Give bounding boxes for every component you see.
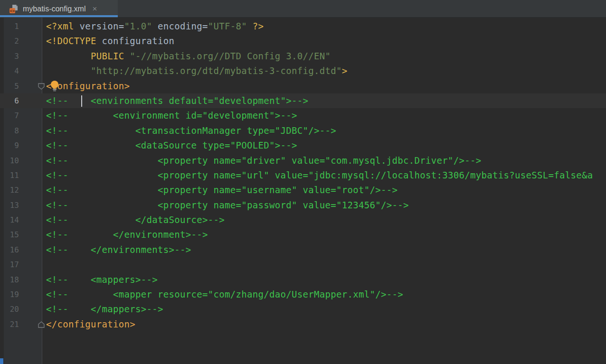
- intention-bulb-icon[interactable]: [50, 80, 59, 92]
- line-number: 10: [0, 153, 21, 168]
- editor-line-5[interactable]: 5<configuration>: [0, 79, 606, 93]
- fold-end-icon[interactable]: [38, 321, 45, 328]
- code-text[interactable]: <!-- </environment>-->: [46, 227, 208, 242]
- editor-line-20[interactable]: 20<!-- </mappers>-->: [0, 302, 606, 317]
- token: version: [80, 21, 119, 31]
- fold-start-icon[interactable]: [38, 83, 45, 90]
- editor-line-7[interactable]: 7<!-- <environment id="development">-->: [0, 108, 606, 123]
- code-text[interactable]: <!-- <property name="url" value="jdbc:my…: [46, 168, 593, 183]
- token: ?>: [253, 21, 264, 31]
- token: "UTF-8": [208, 21, 247, 31]
- line-number: 4: [0, 64, 21, 78]
- token: [247, 21, 253, 31]
- line-number: 1: [0, 19, 21, 34]
- token: <!-- <mapper resource="com/zhang/dao/Use…: [46, 289, 403, 299]
- token: PUBLIC: [91, 51, 124, 61]
- code-text[interactable]: <!-- <mappers>-->: [46, 272, 158, 287]
- token: <!-- <property name="url" value="jdbc:my…: [46, 170, 593, 180]
- line-number: 15: [0, 227, 21, 242]
- editor-line-3[interactable]: 3 PUBLIC "-//mybatis.org//DTD Config 3.0…: [0, 49, 606, 64]
- code-text[interactable]: <configuration>: [46, 79, 130, 93]
- line-number: 5: [0, 79, 21, 93]
- token: "1.0": [124, 21, 152, 31]
- editor-line-2[interactable]: 2<!DOCTYPE configuration: [0, 34, 606, 48]
- editor-line-11[interactable]: 11<!-- <property name="url" value="jdbc:…: [0, 168, 606, 183]
- tab-title: mybatis-config.xml: [23, 5, 85, 13]
- gutter-icon-area: [21, 19, 46, 34]
- code-text[interactable]: <!-- <mapper resource="com/zhang/dao/Use…: [46, 287, 403, 302]
- token: [46, 65, 91, 76]
- bottom-left-accent: [0, 358, 3, 364]
- code-text[interactable]: <!DOCTYPE configuration: [46, 34, 174, 48]
- gutter-icon-area: [21, 108, 46, 123]
- editor-line-9[interactable]: 9<!-- <dataSource type="POOLED">-->: [0, 138, 606, 153]
- code-text[interactable]: </configuration>: [46, 317, 135, 332]
- code-text[interactable]: "http://mybatis.org/dtd/mybatis-3-config…: [46, 64, 347, 78]
- editor-line-18[interactable]: 18<!-- <mappers>-->: [0, 272, 606, 287]
- gutter-icon-area: [21, 198, 46, 213]
- token: =: [119, 21, 124, 31]
- token: =: [202, 21, 208, 31]
- line-number: 8: [0, 123, 21, 138]
- line-number: 13: [0, 198, 21, 213]
- token: <!-- <property name="driver" value="com.…: [46, 155, 481, 166]
- code-text[interactable]: <!-- <environments default="development"…: [46, 93, 308, 108]
- token: <!-- <dataSource type="POOLED">-->: [46, 140, 297, 150]
- tab-close-icon[interactable]: ×: [92, 4, 97, 14]
- token: <!-- <transactionManager type="JDBC"/>--…: [46, 125, 336, 136]
- gutter-icon-area: [21, 183, 46, 197]
- token: <?xml: [46, 21, 80, 31]
- code-text[interactable]: <!-- </environments>-->: [46, 243, 191, 257]
- token: [152, 21, 158, 31]
- editor-line-15[interactable]: 15<!-- </environment>-->: [0, 227, 606, 242]
- code-text[interactable]: <?xml version="1.0" encoding="UTF-8" ?>: [46, 19, 264, 34]
- editor-line-8[interactable]: 8<!-- <transactionManager type="JDBC"/>-…: [0, 123, 606, 138]
- code-lines: 1<?xml version="1.0" encoding="UTF-8" ?>…: [0, 19, 606, 332]
- code-text[interactable]: <!-- <property name="driver" value="com.…: [46, 153, 481, 168]
- gutter-icon-area: [21, 317, 46, 332]
- token: <!-- <environments default="development"…: [46, 95, 308, 106]
- token: <!DOCTYPE: [46, 36, 96, 46]
- line-number: 7: [0, 108, 21, 123]
- code-editor[interactable]: 1<?xml version="1.0" encoding="UTF-8" ?>…: [0, 18, 606, 364]
- editor-line-19[interactable]: 19<!-- <mapper resource="com/zhang/dao/U…: [0, 287, 606, 302]
- code-text[interactable]: <!-- </dataSource>-->: [46, 213, 225, 227]
- editor-line-16[interactable]: 16<!-- </environments>-->: [0, 243, 606, 257]
- token: <!-- <property name="username" value="ro…: [46, 185, 398, 195]
- line-number: 21: [0, 317, 21, 332]
- line-number: 20: [0, 302, 21, 317]
- token: <!-- </environments>-->: [46, 244, 191, 255]
- editor-line-14[interactable]: 14<!-- </dataSource>-->: [0, 213, 606, 227]
- editor-line-6[interactable]: 6<!-- <environments default="development…: [0, 93, 606, 108]
- code-text[interactable]: <!-- <property name="username" value="ro…: [46, 183, 398, 197]
- token: <!-- <mappers>-->: [46, 274, 158, 285]
- gutter-icon-area: [21, 272, 46, 287]
- editor-line-17[interactable]: 17: [0, 257, 606, 272]
- editor-line-21[interactable]: 21</configuration>: [0, 317, 606, 332]
- xml-file-icon: <>: [9, 4, 18, 14]
- code-text[interactable]: <!-- <environment id="development">-->: [46, 108, 297, 123]
- editor-line-10[interactable]: 10<!-- <property name="driver" value="co…: [0, 153, 606, 168]
- editor-line-12[interactable]: 12<!-- <property name="username" value="…: [0, 183, 606, 197]
- svg-text:<>: <>: [10, 8, 15, 13]
- gutter-icon-area: [21, 287, 46, 302]
- gutter-icon-area: [21, 64, 46, 78]
- gutter-icon-area: [21, 213, 46, 227]
- line-number: 17: [0, 257, 21, 272]
- code-text[interactable]: <!-- </mappers>-->: [46, 302, 163, 317]
- code-text[interactable]: <!-- <dataSource type="POOLED">-->: [46, 138, 297, 153]
- text-caret: [81, 95, 82, 107]
- token: "-//mybatis.org//DTD Config 3.0//EN": [130, 51, 331, 61]
- code-text[interactable]: <!-- <property name="password" value="12…: [46, 198, 409, 213]
- token: encoding: [158, 21, 202, 31]
- line-number: 14: [0, 213, 21, 227]
- editor-line-13[interactable]: 13<!-- <property name="password" value="…: [0, 198, 606, 213]
- line-number: 16: [0, 243, 21, 257]
- editor-line-1[interactable]: 1<?xml version="1.0" encoding="UTF-8" ?>: [0, 19, 606, 34]
- token: <!-- </dataSource>-->: [46, 215, 225, 225]
- code-text[interactable]: PUBLIC "-//mybatis.org//DTD Config 3.0//…: [46, 49, 331, 64]
- editor-line-4[interactable]: 4 "http://mybatis.org/dtd/mybatis-3-conf…: [0, 64, 606, 78]
- ide-window: <> mybatis-config.xml × 1<?xml version="…: [0, 0, 606, 364]
- code-text[interactable]: <!-- <transactionManager type="JDBC"/>--…: [46, 123, 336, 138]
- gutter-icon-area: [21, 79, 46, 93]
